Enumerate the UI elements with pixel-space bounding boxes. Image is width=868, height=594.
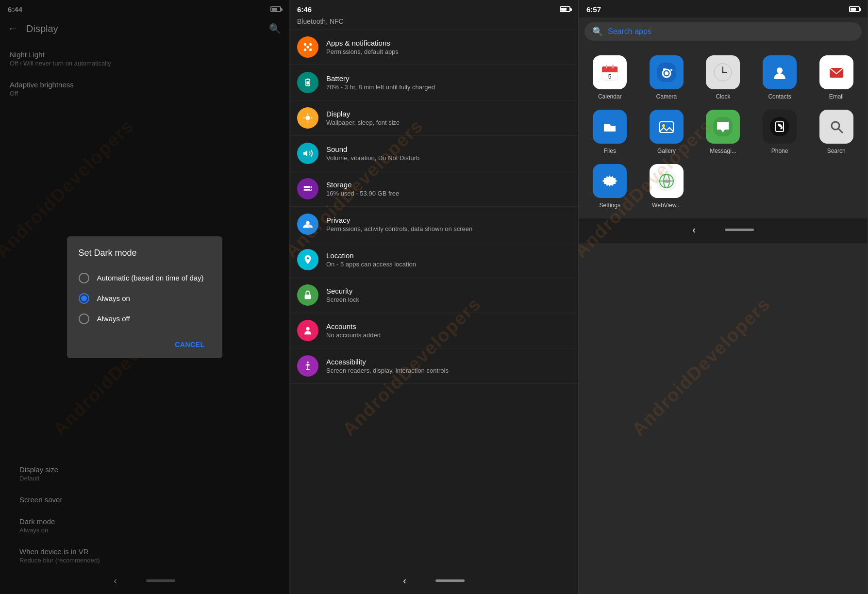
contacts-icon bbox=[763, 55, 797, 89]
radio-automatic[interactable]: Automatic (based on time of day) bbox=[79, 268, 211, 288]
radio-label-always-off: Always off bbox=[97, 314, 130, 323]
nav-back-2[interactable]: ‹ bbox=[403, 575, 406, 586]
svg-rect-29 bbox=[606, 65, 607, 68]
app-item-gallery[interactable]: Gallery bbox=[643, 110, 690, 154]
svg-point-47 bbox=[662, 124, 665, 127]
camera-icon bbox=[650, 55, 684, 89]
svg-marker-13 bbox=[303, 150, 307, 157]
app-item-phone[interactable]: Phone bbox=[756, 110, 803, 154]
svg-point-4 bbox=[309, 49, 312, 51]
app-item-webview[interactable]: 🤖 WebView... bbox=[643, 164, 690, 209]
svg-point-17 bbox=[310, 189, 311, 190]
row-battery[interactable]: Battery 70% - 3 hr, 8 min left until ful… bbox=[289, 65, 578, 100]
search-apps-placeholder: Search apps bbox=[608, 27, 651, 36]
app-item-calendar[interactable]: 5 Calendar bbox=[586, 55, 634, 100]
settings-list: Apps & notifications Permissions, defaul… bbox=[289, 30, 578, 569]
battery-icon-row bbox=[297, 72, 318, 93]
nav-home-3[interactable] bbox=[725, 229, 754, 231]
privacy-icon-row bbox=[297, 214, 318, 235]
app-item-search[interactable]: Search bbox=[813, 110, 860, 154]
svg-point-33 bbox=[665, 71, 668, 75]
accounts-sub: No accounts added bbox=[326, 331, 570, 339]
display-text: Display Wallpaper, sleep, font size bbox=[326, 110, 570, 126]
radio-always-off[interactable]: Always off bbox=[79, 309, 211, 329]
radio-label-automatic: Automatic (based on time of day) bbox=[97, 274, 204, 282]
security-sub: Screen lock bbox=[326, 296, 570, 303]
panel-display: 6:44 ← Display 🔍 Night Light Off / Will … bbox=[0, 0, 289, 594]
dialog-overlay: Set Dark mode Automatic (based on time o… bbox=[0, 0, 289, 594]
email-icon bbox=[819, 55, 853, 89]
status-icons-2 bbox=[560, 6, 570, 12]
phone-label: Phone bbox=[771, 148, 788, 154]
location-text: Location On - 5 apps can access location bbox=[326, 251, 570, 268]
apps-notifications-icon bbox=[297, 36, 318, 58]
time-3: 6:57 bbox=[586, 5, 601, 14]
app-item-clock[interactable]: Clock bbox=[700, 55, 747, 100]
svg-point-18 bbox=[306, 221, 309, 225]
contacts-label: Contacts bbox=[768, 93, 791, 100]
dark-mode-dialog: Set Dark mode Automatic (based on time o… bbox=[67, 236, 222, 358]
row-accessibility[interactable]: Accessibility Screen readers, display, i… bbox=[289, 348, 578, 384]
search-icon: 🔍 bbox=[592, 26, 603, 37]
privacy-title: Privacy bbox=[326, 216, 570, 224]
row-apps-notifications[interactable]: Apps & notifications Permissions, defaul… bbox=[289, 30, 578, 65]
accounts-icon-row bbox=[297, 320, 318, 341]
svg-point-41 bbox=[777, 67, 783, 73]
row-display[interactable]: Display Wallpaper, sleep, font size bbox=[289, 100, 578, 136]
svg-rect-7 bbox=[307, 82, 309, 85]
privacy-sub: Permissions, activity controls, data sho… bbox=[326, 225, 570, 232]
webview-label: WebView... bbox=[652, 202, 681, 209]
messaging-icon bbox=[706, 110, 740, 144]
camera-label: Camera bbox=[656, 93, 677, 100]
app-item-email[interactable]: Email bbox=[813, 55, 860, 100]
location-title: Location bbox=[326, 251, 570, 260]
svg-text:🤖: 🤖 bbox=[664, 178, 669, 183]
app-item-settings[interactable]: Settings bbox=[586, 164, 634, 209]
row-location[interactable]: Location On - 5 apps can access location bbox=[289, 242, 578, 278]
sound-sub: Volume, vibration, Do Not Disturb bbox=[326, 154, 570, 162]
row-accounts[interactable]: Accounts No accounts added bbox=[289, 313, 578, 348]
location-sub: On - 5 apps can access location bbox=[326, 261, 570, 268]
app-item-camera[interactable]: Camera bbox=[643, 55, 690, 100]
row-security[interactable]: Security Screen lock bbox=[289, 278, 578, 313]
radio-always-on[interactable]: Always on bbox=[79, 288, 211, 309]
svg-point-8 bbox=[305, 116, 310, 120]
display-title-row: Display bbox=[326, 110, 570, 118]
nav-back-3[interactable]: ‹ bbox=[692, 224, 696, 235]
phone-icon bbox=[763, 110, 797, 144]
accounts-title: Accounts bbox=[326, 322, 570, 330]
storage-title: Storage bbox=[326, 181, 570, 189]
storage-text: Storage 16% used - 53.90 GB free bbox=[326, 181, 570, 197]
nav-home-2[interactable] bbox=[435, 579, 465, 582]
row-sound[interactable]: Sound Volume, vibration, Do Not Disturb bbox=[289, 136, 578, 171]
gallery-icon bbox=[650, 110, 684, 144]
sound-title: Sound bbox=[326, 145, 570, 153]
webview-icon: 🤖 bbox=[650, 164, 684, 198]
panel-settings: 6:46 Bluetooth, NFC Apps & notifications… bbox=[289, 0, 579, 594]
sound-icon-row bbox=[297, 143, 318, 164]
settings-icon bbox=[593, 164, 627, 198]
svg-point-21 bbox=[306, 327, 309, 330]
app-grid: 5 Calendar Camera Clock Contacts bbox=[579, 46, 868, 218]
battery-icon-2 bbox=[560, 6, 570, 12]
privacy-text: Privacy Permissions, activity controls, … bbox=[326, 216, 570, 232]
app-item-messaging[interactable]: Messagi... bbox=[700, 110, 747, 154]
search-label: Search bbox=[827, 148, 846, 154]
app-item-contacts[interactable]: Contacts bbox=[756, 55, 803, 100]
cancel-button[interactable]: CANCEL bbox=[169, 337, 210, 352]
row-storage[interactable]: Storage 16% used - 53.90 GB free bbox=[289, 171, 578, 207]
storage-icon-row bbox=[297, 178, 318, 199]
messaging-label: Messagi... bbox=[710, 148, 736, 154]
dialog-title: Set Dark mode bbox=[79, 248, 211, 258]
svg-point-0 bbox=[306, 46, 309, 49]
svg-point-22 bbox=[307, 362, 309, 363]
apps-notifications-sub: Permissions, default apps bbox=[326, 48, 570, 55]
search-bar[interactable]: 🔍 Search apps bbox=[584, 22, 862, 41]
calendar-label: Calendar bbox=[598, 93, 622, 100]
files-icon bbox=[593, 110, 627, 144]
radio-circle-always-off bbox=[79, 314, 89, 324]
row-privacy[interactable]: Privacy Permissions, activity controls, … bbox=[289, 207, 578, 242]
svg-point-1 bbox=[304, 43, 307, 46]
apps-notifications-title: Apps & notifications bbox=[326, 39, 570, 47]
app-item-files[interactable]: Files bbox=[586, 110, 634, 154]
